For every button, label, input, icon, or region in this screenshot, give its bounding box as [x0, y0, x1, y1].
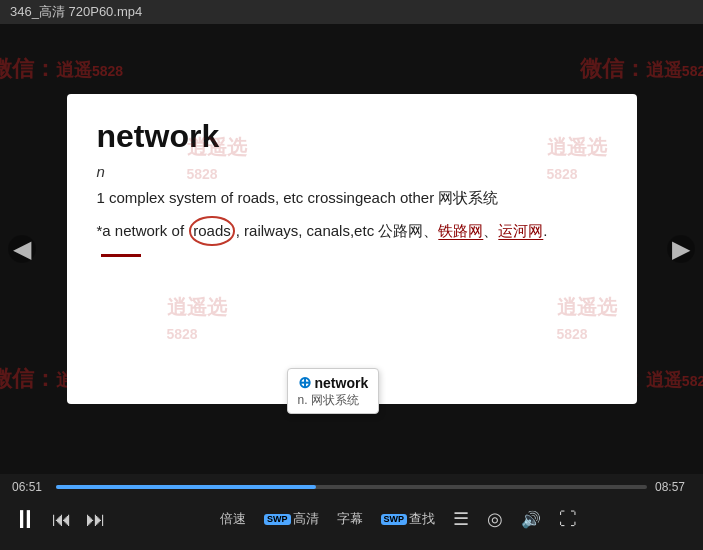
pause-button[interactable]: ⏸	[12, 504, 38, 535]
dict-pos: n	[97, 163, 607, 180]
quality-badge: SWP	[264, 514, 291, 525]
nav-arrow-left[interactable]: ◀	[8, 235, 36, 263]
total-time: 08:57	[655, 480, 691, 494]
watermark-top-right: 微信：逍遥5828	[580, 54, 703, 84]
current-time: 06:51	[12, 480, 48, 494]
dict-headword: network	[97, 118, 607, 155]
quality-button[interactable]: SWP 高清	[264, 510, 319, 528]
underline-word-2: 运河网	[498, 222, 543, 239]
search-badge: SWP	[381, 514, 408, 525]
progress-bar[interactable]	[56, 485, 647, 489]
playback-controls: ⏸ ⏮ ⏭	[12, 504, 106, 535]
nav-arrow-right[interactable]: ▶	[667, 235, 695, 263]
card-watermark-4: 逍遥选5828	[557, 294, 617, 344]
title-bar: 346_高清 720P60.mp4	[0, 0, 703, 24]
underline-word-1: 铁路网	[438, 222, 483, 239]
quality-label: 高清	[293, 510, 319, 528]
watermark-top-left: 微信：逍遥5828	[0, 54, 123, 84]
feature-controls: 倍速 SWP 高清 字幕 SWP 查找 ☰ ◎ 🔊 ⛶	[220, 508, 577, 530]
video-area: 微信：逍遥5828 微信：逍遥5828 微信：逍遥5828 微信：逍遥5828 …	[0, 24, 703, 474]
circle-word: roads	[189, 216, 235, 246]
dict-card: 逍遥选5828 逍遥选5828 逍遥选5828 逍遥选5828 network …	[67, 94, 637, 404]
tooltip-word: network	[315, 375, 369, 391]
search-button[interactable]: SWP 查找	[381, 510, 436, 528]
card-watermark-3: 逍遥选5828	[167, 294, 227, 344]
danmaku-button[interactable]: ◎	[487, 508, 503, 530]
prev-button[interactable]: ⏮	[52, 508, 72, 531]
controls-bar: ⏸ ⏮ ⏭ 倍速 SWP 高清 字幕 SWP 查找 ☰ ◎ 🔊 ⛶	[0, 496, 703, 542]
search-label: 查找	[409, 510, 435, 528]
tooltip-plus-icon: ⊕	[298, 373, 311, 392]
subtitle-button[interactable]: 字幕	[337, 510, 363, 528]
fullscreen-button[interactable]: ⛶	[559, 509, 577, 530]
speed-button[interactable]: 倍速	[220, 510, 246, 528]
dict-tooltip: ⊕ network n. 网状系统	[287, 368, 380, 414]
dict-example: *a network of roads, railways, canals,et…	[97, 216, 607, 257]
subtitle-label: 字幕	[337, 510, 363, 528]
progress-bar-fill	[56, 485, 316, 489]
dict-definition: 1 complex system of roads, etc crossinge…	[97, 186, 607, 210]
playlist-button[interactable]: ☰	[453, 508, 469, 530]
next-button[interactable]: ⏭	[86, 508, 106, 531]
tooltip-sub: n. 网状系统	[298, 392, 369, 409]
volume-button[interactable]: 🔊	[521, 510, 541, 529]
dict-red-line	[101, 254, 141, 257]
window-title: 346_高清 720P60.mp4	[10, 3, 142, 21]
tooltip-title: ⊕ network	[298, 373, 369, 392]
progress-area: 06:51 08:57	[0, 474, 703, 496]
